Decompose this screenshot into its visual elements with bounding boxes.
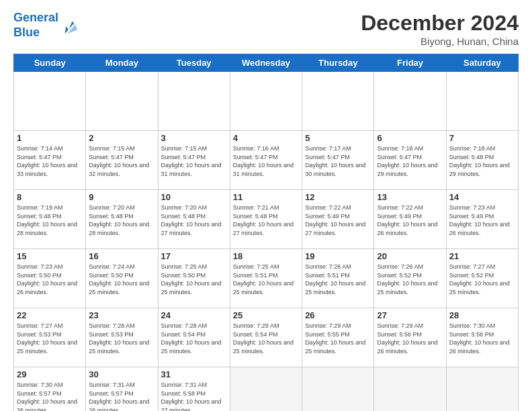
day-info: Sunrise: 7:24 AMSunset: 5:50 PMDaylight:…: [89, 263, 154, 296]
calendar-cell: 14Sunrise: 7:23 AMSunset: 5:49 PMDayligh…: [446, 190, 518, 249]
calendar-cell: 23Sunrise: 7:28 AMSunset: 5:53 PMDayligh…: [86, 308, 158, 367]
day-info: Sunrise: 7:25 AMSunset: 5:50 PMDaylight:…: [161, 263, 227, 296]
day-info: Sunrise: 7:31 AMSunset: 5:58 PMDaylight:…: [161, 381, 227, 411]
day-info: Sunrise: 7:14 AMSunset: 5:47 PMDaylight:…: [17, 144, 83, 178]
calendar-week-row-0: [14, 72, 519, 131]
day-number: 29: [17, 369, 83, 379]
day-number: 31: [161, 369, 227, 379]
day-number: 10: [161, 192, 227, 202]
day-number: 21: [449, 251, 515, 261]
day-number: 27: [377, 310, 443, 320]
day-number: 9: [89, 192, 154, 202]
calendar-week-row-5: 29Sunrise: 7:30 AMSunset: 5:57 PMDayligh…: [14, 367, 519, 412]
calendar-cell: [446, 72, 518, 131]
col-friday: Friday: [374, 54, 446, 72]
day-info: Sunrise: 7:16 AMSunset: 5:47 PMDaylight:…: [233, 144, 299, 178]
day-info: Sunrise: 7:21 AMSunset: 5:48 PMDaylight:…: [233, 203, 299, 237]
col-tuesday: Tuesday: [158, 54, 230, 72]
calendar-cell: 12Sunrise: 7:22 AMSunset: 5:49 PMDayligh…: [302, 190, 374, 249]
calendar-cell: 28Sunrise: 7:30 AMSunset: 5:56 PMDayligh…: [446, 308, 518, 367]
day-number: 24: [161, 310, 227, 320]
day-number: 1: [17, 133, 83, 143]
calendar-cell: [86, 72, 158, 131]
day-number: 30: [89, 369, 154, 379]
day-number: 22: [17, 310, 83, 320]
calendar-cell: 31Sunrise: 7:31 AMSunset: 5:58 PMDayligh…: [158, 367, 230, 412]
calendar-cell: 3Sunrise: 7:15 AMSunset: 5:47 PMDaylight…: [158, 131, 230, 190]
calendar-cell: [446, 367, 518, 412]
calendar-header-row: Sunday Monday Tuesday Wednesday Thursday…: [14, 54, 519, 72]
day-info: Sunrise: 7:23 AMSunset: 5:50 PMDaylight:…: [17, 263, 83, 296]
day-number: 26: [305, 310, 371, 320]
calendar-cell: 17Sunrise: 7:25 AMSunset: 5:50 PMDayligh…: [158, 249, 230, 308]
day-number: 6: [377, 133, 443, 143]
day-info: Sunrise: 7:23 AMSunset: 5:49 PMDaylight:…: [449, 203, 515, 237]
day-number: 25: [233, 310, 299, 320]
calendar-cell: [302, 72, 374, 131]
calendar-week-row-1: 1Sunrise: 7:14 AMSunset: 5:47 PMDaylight…: [14, 131, 519, 190]
col-monday: Monday: [86, 54, 158, 72]
calendar-cell: 19Sunrise: 7:26 AMSunset: 5:51 PMDayligh…: [302, 249, 374, 308]
day-info: Sunrise: 7:22 AMSunset: 5:49 PMDaylight:…: [305, 203, 371, 237]
calendar-cell: 24Sunrise: 7:28 AMSunset: 5:54 PMDayligh…: [158, 308, 230, 367]
calendar-cell: [230, 367, 302, 412]
day-number: 13: [377, 192, 443, 202]
calendar-cell: [14, 72, 86, 131]
logo: General Blue: [13, 11, 79, 40]
calendar-cell: 5Sunrise: 7:17 AMSunset: 5:47 PMDaylight…: [302, 131, 374, 190]
calendar-cell: [158, 72, 230, 131]
main-title: December 2024: [361, 11, 519, 36]
calendar-cell: 10Sunrise: 7:20 AMSunset: 5:48 PMDayligh…: [158, 190, 230, 249]
calendar-cell: 30Sunrise: 7:31 AMSunset: 5:57 PMDayligh…: [86, 367, 158, 412]
day-info: Sunrise: 7:26 AMSunset: 5:52 PMDaylight:…: [377, 263, 443, 296]
day-number: 17: [161, 251, 227, 261]
calendar-cell: 9Sunrise: 7:20 AMSunset: 5:48 PMDaylight…: [86, 190, 158, 249]
calendar-cell: 29Sunrise: 7:30 AMSunset: 5:57 PMDayligh…: [14, 367, 86, 412]
day-info: Sunrise: 7:29 AMSunset: 5:56 PMDaylight:…: [377, 322, 443, 355]
day-number: 18: [233, 251, 299, 261]
day-number: 14: [449, 192, 515, 202]
col-sunday: Sunday: [14, 54, 86, 72]
day-info: Sunrise: 7:15 AMSunset: 5:47 PMDaylight:…: [161, 144, 227, 178]
calendar-cell: 25Sunrise: 7:29 AMSunset: 5:54 PMDayligh…: [230, 308, 302, 367]
day-number: 19: [305, 251, 371, 261]
calendar-cell: [374, 367, 446, 412]
calendar-week-row-2: 8Sunrise: 7:19 AMSunset: 5:48 PMDaylight…: [14, 190, 519, 249]
day-info: Sunrise: 7:27 AMSunset: 5:52 PMDaylight:…: [449, 263, 515, 296]
calendar-table: Sunday Monday Tuesday Wednesday Thursday…: [13, 54, 519, 411]
calendar-cell: 11Sunrise: 7:21 AMSunset: 5:48 PMDayligh…: [230, 190, 302, 249]
day-number: 7: [449, 133, 515, 143]
day-number: 20: [377, 251, 443, 261]
calendar-cell: 4Sunrise: 7:16 AMSunset: 5:47 PMDaylight…: [230, 131, 302, 190]
header: General Blue December 2024 Biyong, Hunan…: [13, 11, 519, 47]
day-info: Sunrise: 7:20 AMSunset: 5:48 PMDaylight:…: [89, 203, 154, 237]
day-info: Sunrise: 7:25 AMSunset: 5:51 PMDaylight:…: [233, 263, 299, 296]
day-info: Sunrise: 7:30 AMSunset: 5:56 PMDaylight:…: [449, 322, 515, 355]
day-info: Sunrise: 7:18 AMSunset: 5:48 PMDaylight:…: [449, 144, 515, 178]
calendar-cell: 20Sunrise: 7:26 AMSunset: 5:52 PMDayligh…: [374, 249, 446, 308]
day-number: 5: [305, 133, 371, 143]
calendar-cell: 27Sunrise: 7:29 AMSunset: 5:56 PMDayligh…: [374, 308, 446, 367]
col-saturday: Saturday: [446, 54, 518, 72]
calendar-cell: 26Sunrise: 7:29 AMSunset: 5:55 PMDayligh…: [302, 308, 374, 367]
day-info: Sunrise: 7:20 AMSunset: 5:48 PMDaylight:…: [161, 203, 227, 237]
day-number: 8: [17, 192, 83, 202]
logo-text: General Blue: [13, 11, 58, 40]
calendar-cell: 15Sunrise: 7:23 AMSunset: 5:50 PMDayligh…: [14, 249, 86, 308]
day-info: Sunrise: 7:28 AMSunset: 5:54 PMDaylight:…: [161, 322, 227, 355]
calendar-cell: 1Sunrise: 7:14 AMSunset: 5:47 PMDaylight…: [14, 131, 86, 190]
logo-icon: [60, 16, 79, 35]
calendar-week-row-3: 15Sunrise: 7:23 AMSunset: 5:50 PMDayligh…: [14, 249, 519, 308]
day-info: Sunrise: 7:26 AMSunset: 5:51 PMDaylight:…: [305, 263, 371, 296]
day-number: 23: [89, 310, 154, 320]
subtitle: Biyong, Hunan, China: [361, 36, 519, 47]
calendar-cell: 2Sunrise: 7:15 AMSunset: 5:47 PMDaylight…: [86, 131, 158, 190]
calendar-cell: 6Sunrise: 7:18 AMSunset: 5:47 PMDaylight…: [374, 131, 446, 190]
day-info: Sunrise: 7:18 AMSunset: 5:47 PMDaylight:…: [377, 144, 443, 178]
calendar-week-row-4: 22Sunrise: 7:27 AMSunset: 5:53 PMDayligh…: [14, 308, 519, 367]
day-info: Sunrise: 7:29 AMSunset: 5:54 PMDaylight:…: [233, 322, 299, 355]
title-area: December 2024 Biyong, Hunan, China: [361, 11, 519, 47]
day-info: Sunrise: 7:30 AMSunset: 5:57 PMDaylight:…: [17, 381, 83, 411]
calendar-cell: [302, 367, 374, 412]
calendar-cell: [230, 72, 302, 131]
